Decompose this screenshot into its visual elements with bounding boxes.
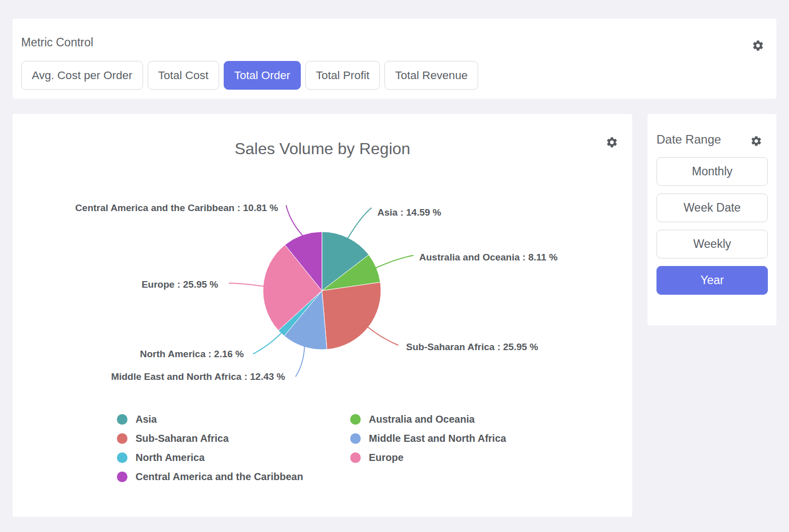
legend-swatch-icon	[117, 472, 127, 482]
legend-label: Central America and the Caribbean	[136, 472, 303, 482]
pie-label-middle-east-and-north-africa: Middle East and North Africa : 12.43 %	[111, 371, 285, 382]
pie-label-australia-and-oceania: Australia and Oceania : 8.11 %	[419, 252, 558, 262]
pie-chart: Asia : 14.59 %Australia and Oceania : 8.…	[13, 114, 632, 396]
date-range-settings-button[interactable]	[750, 135, 763, 148]
metric-button-total-cost[interactable]: Total Cost	[148, 61, 219, 90]
metric-button-total-profit[interactable]: Total Profit	[305, 61, 380, 90]
legend-item-middle-east-and-north-africa[interactable]: Middle East and North Africa	[350, 433, 506, 444]
legend-item-australia-and-oceania[interactable]: Australia and Oceania	[350, 414, 506, 425]
date-range-title: Date Range	[656, 132, 721, 147]
gear-icon	[752, 39, 764, 52]
legend-swatch-icon	[350, 433, 361, 444]
pie-label-line-asia	[348, 208, 371, 238]
metric-button-group: Avg. Cost per Order Total Cost Total Ord…	[21, 61, 478, 90]
pie-label-line-sub-saharan-africa	[368, 327, 398, 345]
legend-swatch-icon	[117, 414, 127, 425]
legend-item-asia[interactable]: Asia	[117, 414, 303, 425]
date-range-button-group: Monthly Week Date Weekly Year	[656, 157, 768, 295]
pie-label-central-america-and-the-caribbean: Central America and the Caribbean : 10.8…	[75, 203, 278, 213]
date-range-button-year[interactable]: Year	[656, 266, 768, 295]
metric-control-panel: Metric Control Avg. Cost per Order Total…	[13, 19, 776, 99]
legend-label: Australia and Oceania	[369, 414, 475, 425]
legend-label: Middle East and North Africa	[369, 433, 506, 444]
pie-label-line-australia-and-oceania	[376, 255, 413, 268]
pie-slice-sub-saharan-africa[interactable]	[322, 282, 381, 349]
pie-label-europe: Europe : 25.95 %	[142, 279, 218, 290]
date-range-button-week-date[interactable]: Week Date	[656, 193, 768, 222]
legend-label: North America	[136, 452, 205, 463]
date-range-button-weekly[interactable]: Weekly	[656, 230, 768, 258]
legend-swatch-icon	[350, 452, 361, 463]
metric-control-title: Metric Control	[21, 36, 93, 49]
legend-swatch-icon	[117, 452, 127, 463]
pie-legend-column-2: Australia and OceaniaMiddle East and Nor…	[350, 414, 506, 463]
legend-swatch-icon	[350, 414, 361, 425]
date-range-panel: Date Range Monthly Week Date Weekly Year	[647, 114, 776, 325]
pie-label-line-north-america	[253, 334, 281, 354]
legend-item-europe[interactable]: Europe	[350, 452, 506, 463]
legend-label: Asia	[136, 414, 157, 425]
pie-label-line-central-america-and-the-caribbean	[286, 206, 302, 235]
pie-label-north-america: North America : 2.16 %	[140, 349, 244, 359]
legend-item-north-america[interactable]: North America	[117, 452, 303, 463]
date-range-button-monthly[interactable]: Monthly	[656, 157, 768, 186]
pie-label-line-middle-east-and-north-africa	[296, 347, 305, 377]
legend-label: Sub-Saharan Africa	[136, 433, 229, 444]
pie-label-line-europe	[229, 283, 263, 286]
legend-item-sub-saharan-africa[interactable]: Sub-Saharan Africa	[117, 433, 303, 444]
metric-control-settings-button[interactable]	[751, 39, 764, 52]
metric-button-total-order[interactable]: Total Order	[224, 61, 301, 90]
metric-button-total-revenue[interactable]: Total Revenue	[384, 61, 478, 90]
metric-button-avg-cost-per-order[interactable]: Avg. Cost per Order	[21, 61, 143, 90]
legend-label: Europe	[369, 452, 404, 463]
sales-volume-chart-panel: Sales Volume by Region Asia : 14.59 %Aus…	[13, 114, 632, 517]
pie-label-asia: Asia : 14.59 %	[377, 207, 441, 218]
pie-label-sub-saharan-africa: Sub-Saharan Africa : 25.95 %	[406, 342, 538, 352]
pie-legend-column-1: AsiaSub-Saharan AfricaNorth AmericaCentr…	[117, 414, 303, 482]
legend-item-central-america-and-the-caribbean[interactable]: Central America and the Caribbean	[117, 472, 303, 482]
legend-swatch-icon	[117, 433, 127, 444]
gear-icon	[750, 135, 762, 147]
